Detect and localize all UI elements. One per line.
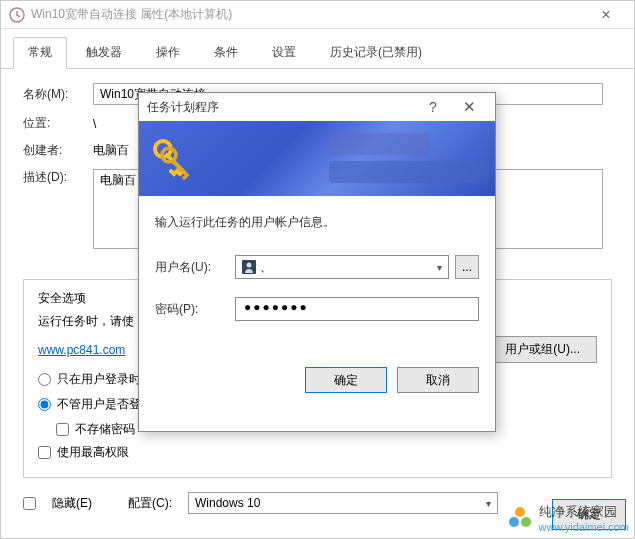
cred-body: 输入运行此任务的用户帐户信息。 用户名(U): 、 ▾ ... 密码(P):: [139, 196, 495, 357]
cred-prompt: 输入运行此任务的用户帐户信息。: [155, 214, 479, 231]
configure-for-value: Windows 10: [195, 496, 260, 510]
tab-strip: 常规 触发器 操作 条件 设置 历史记录(已禁用): [1, 29, 634, 69]
name-label: 名称(M):: [23, 86, 93, 103]
cred-dialog-title: 任务计划程序: [147, 99, 415, 116]
radio-only-logged-on-label: 只在用户登录时: [57, 371, 141, 388]
security-legend: 安全选项: [38, 291, 86, 305]
checkbox-no-store-password-label: 不存储密码: [75, 421, 135, 438]
credential-dialog: 任务计划程序 ? ✕ 输入运行此任务的用户帐户信息。 用户名(U):: [138, 92, 496, 432]
cred-close-button[interactable]: ✕: [451, 98, 487, 116]
password-label: 密码(P):: [155, 301, 235, 318]
tab-triggers[interactable]: 触发器: [71, 37, 137, 68]
svg-point-7: [521, 517, 531, 527]
location-label: 位置:: [23, 115, 93, 132]
main-window-title: Win10宽带自动连接 属性(本地计算机): [31, 6, 586, 23]
username-combo[interactable]: 、 ▾: [235, 255, 449, 279]
cred-button-row: 确定 取消: [139, 357, 495, 393]
password-mask: ●●●●●●●: [244, 300, 309, 314]
banner-blur: [329, 133, 429, 155]
tab-history[interactable]: 历史记录(已禁用): [315, 37, 437, 68]
chevron-down-icon: ▾: [486, 498, 491, 509]
help-button[interactable]: ?: [415, 99, 451, 115]
password-input[interactable]: ●●●●●●●: [235, 297, 479, 321]
credential-banner: [139, 121, 495, 196]
browse-user-button[interactable]: ...: [455, 255, 479, 279]
watermark-logo-icon: [507, 505, 533, 531]
description-label: 描述(D):: [23, 169, 93, 186]
username-value: 、: [260, 259, 272, 276]
tab-conditions[interactable]: 条件: [199, 37, 253, 68]
checkbox-highest-privileges[interactable]: [38, 446, 51, 459]
cred-titlebar: 任务计划程序 ? ✕: [139, 93, 495, 121]
banner-blur: [329, 161, 489, 183]
ellipsis-icon: ...: [462, 260, 472, 274]
change-user-button[interactable]: 用户或组(U)...: [488, 336, 597, 363]
checkbox-highest-privileges-label: 使用最高权限: [57, 444, 129, 461]
chevron-down-icon: ▾: [437, 262, 442, 273]
cred-ok-button[interactable]: 确定: [305, 367, 387, 393]
checkbox-hidden[interactable]: [23, 497, 36, 510]
clock-icon: [9, 7, 25, 23]
radio-whether-logged-on-label: 不管用户是否登: [57, 396, 141, 413]
run-as-prompt: 运行任务时，请使: [38, 313, 134, 330]
tab-settings[interactable]: 设置: [257, 37, 311, 68]
checkbox-no-store-password[interactable]: [56, 423, 69, 436]
configure-for-combo[interactable]: Windows 10 ▾: [188, 492, 498, 514]
hidden-label: 隐藏(E): [52, 495, 92, 512]
tab-general[interactable]: 常规: [13, 37, 67, 69]
radio-whether-logged-on[interactable]: [38, 398, 51, 411]
watermark: 纯净系统家园 www.yidaimei.com: [507, 503, 629, 533]
location-value: \: [93, 117, 96, 131]
username-label: 用户名(U):: [155, 259, 235, 276]
main-titlebar: Win10宽带自动连接 属性(本地计算机) ×: [1, 1, 634, 29]
cred-cancel-button[interactable]: 取消: [397, 367, 479, 393]
watermark-url: www.yidaimei.com: [539, 521, 629, 533]
tab-actions[interactable]: 操作: [141, 37, 195, 68]
creator-value: 电脑百: [93, 142, 129, 159]
svg-point-5: [515, 507, 525, 517]
account-link[interactable]: www.pc841.com: [38, 343, 125, 357]
svg-point-4: [247, 263, 252, 268]
watermark-name: 纯净系统家园: [539, 503, 629, 521]
svg-point-6: [509, 517, 519, 527]
creator-label: 创建者:: [23, 142, 93, 159]
main-close-button[interactable]: ×: [586, 6, 626, 24]
radio-only-logged-on[interactable]: [38, 373, 51, 386]
configure-for-label: 配置(C):: [128, 495, 172, 512]
user-avatar-icon: [242, 260, 256, 274]
keys-icon: [147, 135, 195, 183]
